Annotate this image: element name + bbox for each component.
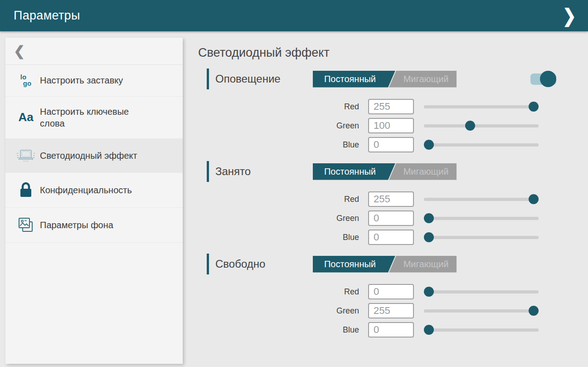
sidebar-item-led-effect[interactable]: Светодиодный эффект <box>5 139 183 173</box>
rgb-row-blue: Blue <box>198 137 588 152</box>
sidebar-item-background[interactable]: Параметры фона <box>5 208 183 243</box>
red-label: Red <box>198 287 359 297</box>
rgb-row-green: Green <box>198 118 588 133</box>
slider-track <box>424 309 539 313</box>
green-slider[interactable] <box>424 213 539 224</box>
section-accent-bar <box>207 254 209 274</box>
section-name: Свободно <box>215 258 313 270</box>
slider-thumb[interactable] <box>424 325 434 335</box>
mode-segmented-control: Постоянный Мигающий <box>313 71 457 88</box>
chevron-right-icon[interactable]: ❯ <box>563 6 576 25</box>
green-value-input[interactable] <box>368 210 414 226</box>
logo-icon: logo <box>12 74 40 87</box>
led-screen-icon <box>12 148 40 163</box>
sidebar-item-keywords[interactable]: Aa Настроить ключевые слова <box>5 97 183 139</box>
green-value-input[interactable] <box>368 303 414 318</box>
mode-segmented-control: Постоянный Мигающий <box>313 256 457 273</box>
rgb-row-green: Green <box>198 303 588 318</box>
red-slider[interactable] <box>424 194 539 205</box>
red-slider[interactable] <box>424 101 539 112</box>
section-name: Занято <box>215 165 313 178</box>
slider-track <box>424 198 539 201</box>
page-title: Параметры <box>14 9 80 23</box>
section-header-free: Свободно Постоянный Мигающий <box>198 253 588 275</box>
red-label: Red <box>198 195 359 204</box>
rgb-rows: Red Green Blue <box>198 191 588 245</box>
green-label: Green <box>198 121 359 131</box>
slider-thumb[interactable] <box>529 194 539 204</box>
red-label: Red <box>198 102 359 112</box>
blue-value-input[interactable] <box>368 137 414 152</box>
switch-knob <box>540 71 556 87</box>
app-header: Параметры ❯ <box>0 0 588 31</box>
rgb-rows: Red Green Blue <box>198 284 588 338</box>
slider-thumb[interactable] <box>529 306 539 316</box>
mode-constant-button[interactable]: Постоянный <box>313 256 395 273</box>
section-accent-bar <box>207 161 209 182</box>
mode-blinking-button[interactable]: Мигающий <box>389 71 457 88</box>
sidebar-back-button[interactable]: ❮ <box>5 38 183 65</box>
section-accent-bar <box>207 69 209 89</box>
slider-track <box>424 290 539 294</box>
rgb-row-red: Red <box>198 99 588 114</box>
keywords-icon: Aa <box>12 110 40 124</box>
red-value-input[interactable] <box>368 191 414 207</box>
blue-value-input[interactable] <box>368 230 414 245</box>
section-header-notification: Оповещение Постоянный Мигающий <box>198 68 588 90</box>
blue-value-input[interactable] <box>368 322 414 338</box>
rgb-rows: Red Green Blue <box>198 99 588 152</box>
sidebar-item-label: Настроить ключевые слова <box>40 106 144 129</box>
blue-label: Blue <box>198 233 359 242</box>
rgb-row-green: Green <box>198 210 588 226</box>
panel-title: Светодиодный эффект <box>198 46 588 60</box>
green-value-input[interactable] <box>368 118 414 133</box>
mode-blinking-button[interactable]: Мигающий <box>389 163 457 180</box>
red-value-input[interactable] <box>368 284 414 299</box>
chevron-left-icon: ❮ <box>14 43 25 59</box>
sidebar-item-label: Конфиденциальность <box>40 184 132 196</box>
mode-constant-button[interactable]: Постоянный <box>313 163 395 180</box>
mode-blinking-button[interactable]: Мигающий <box>389 256 457 273</box>
slider-track <box>424 124 539 127</box>
blue-slider[interactable] <box>424 324 539 335</box>
slider-thumb[interactable] <box>424 213 434 223</box>
blue-label: Blue <box>198 325 359 335</box>
sidebar-item-splash-screen[interactable]: logo Настроить заставку <box>5 65 183 97</box>
mode-constant-button[interactable]: Постоянный <box>313 71 395 88</box>
rgb-row-red: Red <box>198 191 588 207</box>
green-label: Green <box>198 306 359 316</box>
rgb-row-red: Red <box>198 284 588 299</box>
slider-track <box>424 143 539 147</box>
sidebar-item-label: Настроить заставку <box>40 74 123 86</box>
green-label: Green <box>198 214 359 223</box>
sidebar-item-privacy[interactable]: Конфиденциальность <box>5 173 183 208</box>
slider-track <box>424 328 539 332</box>
section-name: Оповещение <box>215 73 313 85</box>
background-image-icon <box>12 217 40 233</box>
slider-thumb[interactable] <box>424 287 434 297</box>
rgb-row-blue: Blue <box>198 322 588 338</box>
green-slider[interactable] <box>424 305 539 316</box>
slider-thumb[interactable] <box>424 140 434 150</box>
led-effect-panel: Светодиодный эффект Оповещение Постоянны… <box>183 31 588 367</box>
red-slider[interactable] <box>424 286 539 297</box>
section-header-busy: Занято Постоянный Мигающий <box>198 161 588 182</box>
sidebar-item-label: Параметры фона <box>40 219 113 231</box>
notification-toggle-switch[interactable] <box>530 71 556 87</box>
slider-thumb[interactable] <box>529 102 539 112</box>
settings-sidebar: ❮ logo Настроить заставку Aa Настроить к… <box>5 38 183 364</box>
lock-icon <box>12 182 40 198</box>
slider-thumb[interactable] <box>424 232 434 242</box>
blue-label: Blue <box>198 140 359 150</box>
slider-track <box>424 217 539 220</box>
slider-track <box>424 236 539 239</box>
sidebar-item-label: Светодиодный эффект <box>40 150 137 161</box>
blue-slider[interactable] <box>424 139 539 150</box>
rgb-row-blue: Blue <box>198 230 588 245</box>
red-value-input[interactable] <box>368 99 414 114</box>
blue-slider[interactable] <box>424 232 539 243</box>
green-slider[interactable] <box>424 120 539 131</box>
slider-thumb[interactable] <box>465 121 475 131</box>
mode-segmented-control: Постоянный Мигающий <box>313 163 457 180</box>
slider-track <box>424 105 539 108</box>
